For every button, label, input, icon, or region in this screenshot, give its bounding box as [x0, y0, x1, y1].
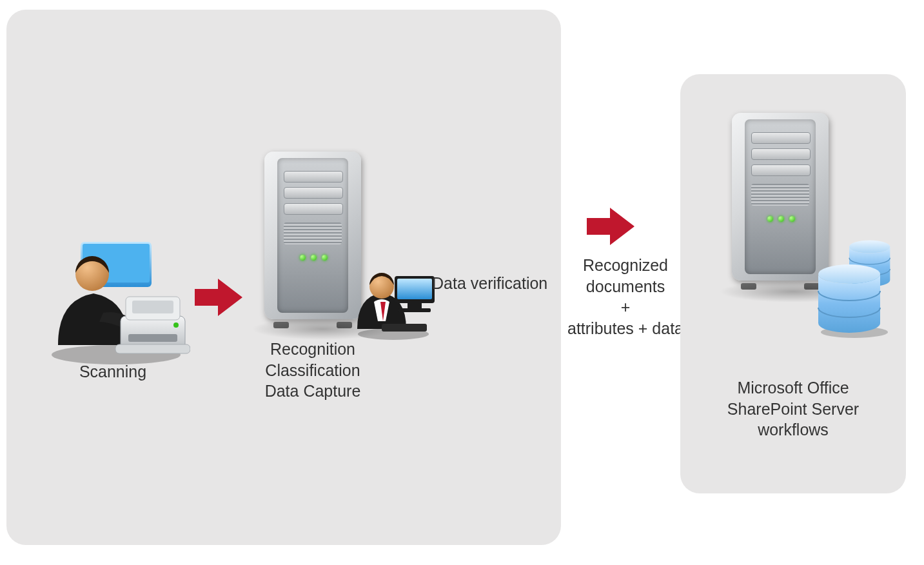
processing-line3: Data Capture	[265, 382, 361, 400]
svg-point-9	[173, 322, 179, 328]
destination-line1: Microsoft Office	[737, 379, 849, 397]
verification-operator-icon	[355, 264, 432, 335]
transfer-line4: attributes + data	[567, 319, 683, 337]
processing-label: Recognition Classification Data Capture	[245, 339, 380, 402]
transfer-label: Recognized documents + attributes + data	[567, 255, 683, 339]
svg-rect-15	[398, 308, 431, 312]
svg-point-19	[818, 264, 880, 284]
destination-line3: workflows	[758, 421, 829, 439]
scanning-label: Scanning	[58, 361, 168, 382]
sharepoint-server-icon	[732, 113, 829, 287]
processing-server-icon	[264, 152, 361, 326]
svg-rect-6	[132, 301, 173, 313]
svg-rect-8	[115, 344, 190, 353]
scanner-operator-icon	[42, 235, 190, 358]
destination-panel: Microsoft Office SharePoint Server workf…	[680, 74, 906, 493]
database-icon	[816, 235, 887, 319]
source-processing-panel: Scanning	[6, 10, 561, 545]
arrow-process-to-destination	[585, 206, 636, 246]
svg-point-18	[849, 240, 890, 253]
transfer-line3: +	[621, 298, 631, 316]
svg-rect-13	[397, 279, 432, 299]
processing-line2: Classification	[265, 361, 360, 379]
processing-line1: Recognition	[270, 340, 355, 358]
svg-rect-7	[128, 334, 177, 342]
transfer-line2: documents	[586, 277, 665, 295]
verification-label: Data verification	[432, 273, 561, 294]
transfer-line1: Recognized	[583, 256, 668, 274]
svg-rect-16	[382, 324, 427, 332]
arrow-scan-to-process	[193, 277, 244, 317]
svg-rect-14	[408, 303, 422, 308]
destination-line2: SharePoint Server	[727, 400, 859, 418]
destination-label: Microsoft Office SharePoint Server workf…	[700, 377, 887, 441]
